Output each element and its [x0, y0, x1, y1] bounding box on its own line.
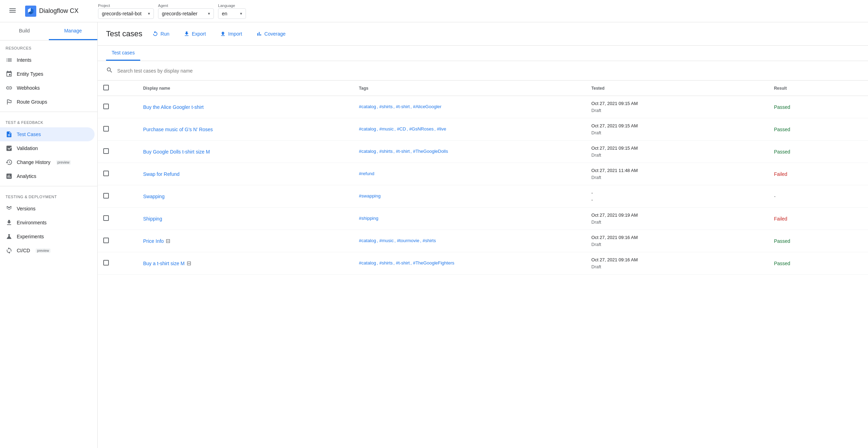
tag-link[interactable]: #shirts: [379, 260, 392, 266]
tag-link[interactable]: #TheGoogleDolls: [413, 149, 448, 154]
select-all-checkbox[interactable]: [103, 85, 109, 90]
sidebar-item-environments-label: Environments: [17, 220, 47, 225]
result-value: Passed: [774, 149, 790, 155]
import-button[interactable]: Import: [216, 28, 246, 40]
tag-link[interactable]: #shipping: [359, 216, 379, 221]
route-groups-icon: [6, 98, 13, 105]
table-row: Swap for Refund#refundOct 27, 2021 11:48…: [98, 163, 868, 185]
content-area: Test cases Run Export Import Coverage Te…: [98, 22, 868, 448]
test-case-name[interactable]: Swapping: [143, 194, 165, 199]
table-row: Swapping#swapping---: [98, 185, 868, 208]
project-value: grecords-retail-bot: [102, 11, 145, 16]
tags-cell: #catalog, #shirts, #t-shirt, #TheGoogleF…: [353, 252, 586, 275]
sidebar-item-test-cases-label: Test Cases: [17, 132, 41, 137]
analytics-icon: [6, 173, 13, 180]
table-row: Buy Google Dolls t-shirt size M#catalog,…: [98, 141, 868, 163]
chevron-down-icon: ▾: [208, 11, 210, 16]
row-checkbox[interactable]: [103, 104, 109, 109]
row-checkbox[interactable]: [103, 171, 109, 176]
test-case-name[interactable]: Shipping: [143, 216, 162, 222]
tag-link[interactable]: #catalog: [359, 104, 376, 109]
tab-build[interactable]: Build: [0, 22, 49, 40]
sidebar-item-route-groups-label: Route Groups: [17, 99, 47, 105]
tab-test-cases[interactable]: Test cases: [106, 46, 140, 61]
agent-select[interactable]: grecords-retailer ▾: [158, 8, 214, 19]
versions-icon: [6, 205, 13, 212]
agent-label: Agent: [158, 3, 214, 8]
list-icon: [6, 57, 13, 64]
tags-cell: #shipping: [353, 208, 586, 230]
language-select[interactable]: en ▾: [218, 8, 246, 19]
tag-link[interactable]: #AliceGoogler: [413, 104, 442, 109]
tag-link[interactable]: #shirts: [379, 104, 392, 109]
tag-link[interactable]: #catalog: [359, 126, 376, 132]
row-checkbox[interactable]: [103, 148, 109, 154]
tag-link[interactable]: #live: [437, 126, 446, 132]
tag-link[interactable]: #refund: [359, 171, 374, 176]
coverage-button[interactable]: Coverage: [252, 28, 290, 40]
tag-link[interactable]: #GsNRoses: [409, 126, 434, 132]
sidebar-item-cicd-label: CI/CD: [17, 248, 30, 253]
change-history-icon: [6, 159, 13, 166]
sidebar-item-test-cases[interactable]: Test Cases: [0, 127, 95, 141]
sidebar-item-change-history[interactable]: Change History preview: [0, 155, 95, 169]
menu-icon[interactable]: [6, 3, 20, 18]
import-icon: [220, 31, 226, 37]
tested-cell: Oct 27, 2021 11:48 AMDraft: [586, 163, 768, 185]
test-case-name[interactable]: Swap for Refund: [143, 171, 179, 177]
result-value: Passed: [774, 104, 790, 110]
tag-link[interactable]: #catalog: [359, 149, 376, 154]
test-case-name[interactable]: Price Info: [143, 238, 164, 244]
col-tags: Tags: [353, 81, 586, 96]
table-row: Purchase music of G's N' Roses#catalog, …: [98, 118, 868, 141]
tag-link[interactable]: #TheGoogleFighters: [413, 260, 455, 266]
row-checkbox[interactable]: [103, 215, 109, 221]
project-selector-group: Project grecords-retail-bot ▾: [98, 3, 154, 19]
sidebar-item-cicd[interactable]: CI/CD preview: [0, 244, 95, 257]
test-case-name[interactable]: Buy Google Dolls t-shirt size M: [143, 149, 210, 155]
tag-link[interactable]: #catalog: [359, 238, 376, 243]
tag-link[interactable]: #tourmovie: [397, 238, 419, 243]
tag-link[interactable]: #t-shirt: [396, 104, 410, 109]
sidebar-item-versions[interactable]: Versions: [0, 202, 95, 216]
sidebar-item-entity-types[interactable]: Entity Types: [0, 67, 95, 81]
tag-link[interactable]: #CD: [397, 126, 406, 132]
language-selector-group: Language en ▾: [218, 3, 246, 19]
sidebar-item-intents[interactable]: Intents: [0, 53, 95, 67]
sidebar-item-experiments[interactable]: Experiments: [0, 230, 95, 244]
test-case-name[interactable]: Purchase music of G's N' Roses: [143, 127, 213, 132]
row-checkbox[interactable]: [103, 126, 109, 132]
tags-cell: #catalog, #music, #CD, #GsNRoses, #live: [353, 118, 586, 141]
section-resources-label: RESOURCES: [0, 40, 97, 53]
tab-manage[interactable]: Manage: [49, 22, 98, 40]
sidebar-item-validation[interactable]: Validation: [0, 141, 95, 155]
tag-link[interactable]: #shirts: [379, 149, 392, 154]
test-case-name[interactable]: Buy the Alice Googler t-shirt: [143, 104, 204, 110]
sidebar-item-environments[interactable]: Environments: [0, 216, 95, 230]
row-checkbox[interactable]: [103, 260, 109, 266]
display-name-cell: Purchase music of G's N' Roses: [137, 118, 353, 141]
sidebar-item-route-groups[interactable]: Route Groups: [0, 95, 95, 109]
tag-link[interactable]: #swapping: [359, 193, 381, 199]
test-case-name[interactable]: Buy a t-shirt size M: [143, 261, 185, 266]
export-button[interactable]: Export: [179, 28, 210, 40]
tag-link[interactable]: #catalog: [359, 260, 376, 266]
tag-link[interactable]: #music: [379, 126, 394, 132]
tag-link[interactable]: #t-shirt: [396, 149, 410, 154]
import-label: Import: [228, 31, 242, 37]
project-select[interactable]: grecords-retail-bot ▾: [98, 8, 154, 19]
sidebar: Build Manage RESOURCES Intents Entity Ty…: [0, 22, 98, 448]
entity-types-icon: [6, 70, 13, 77]
sidebar-item-analytics[interactable]: Analytics: [0, 169, 95, 183]
col-tested: Tested: [586, 81, 768, 96]
row-checkbox[interactable]: [103, 193, 109, 199]
run-button[interactable]: Run: [148, 28, 174, 40]
display-name-cell: Buy the Alice Googler t-shirt: [137, 96, 353, 118]
sidebar-item-webhooks[interactable]: Webhooks: [0, 81, 95, 95]
row-checkbox[interactable]: [103, 238, 109, 243]
search-input[interactable]: [117, 68, 860, 74]
tag-link[interactable]: #music: [379, 238, 394, 243]
experiments-icon: [6, 233, 13, 240]
tag-link[interactable]: #shirts: [422, 238, 436, 243]
tag-link[interactable]: #t-shirt: [396, 260, 410, 266]
